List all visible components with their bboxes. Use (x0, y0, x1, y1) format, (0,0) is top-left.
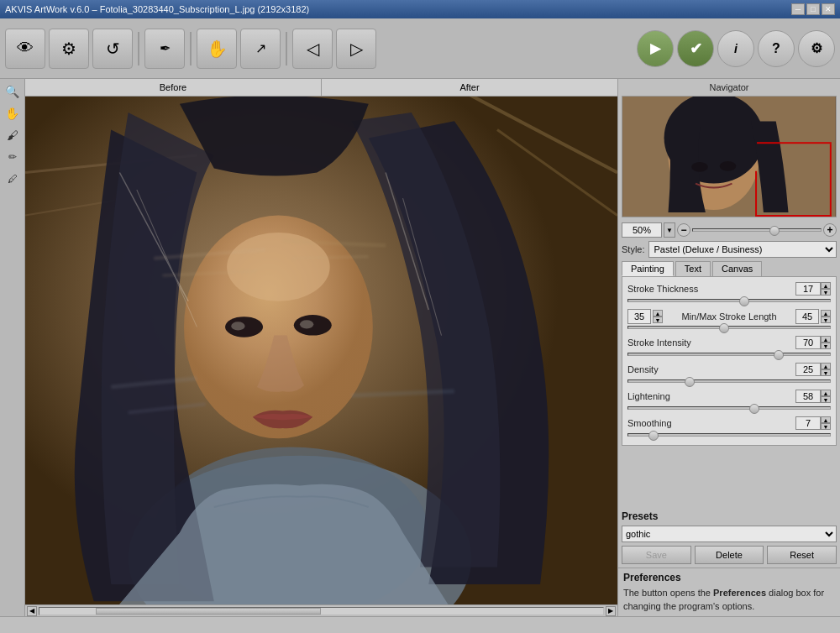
canvas-area: Before After (25, 79, 617, 616)
style-select[interactable]: Pastel (Deluxe / Business) (648, 241, 837, 258)
density-thumb[interactable] (685, 377, 695, 387)
max-stroke-spins: ▲ ▼ (821, 310, 831, 323)
close-btn[interactable]: ✕ (822, 3, 835, 15)
move-tool-btn[interactable]: ✋ (3, 104, 22, 123)
lightening-up[interactable]: ▲ (821, 390, 831, 396)
stroke-thickness-thumb[interactable] (739, 296, 749, 306)
canvas-container[interactable] (25, 97, 617, 604)
scroll-thumb-h[interactable] (96, 608, 321, 615)
horizontal-scrollbar[interactable]: ◀ ▶ (25, 604, 617, 616)
density-up[interactable]: ▲ (821, 363, 831, 369)
min-stroke-up[interactable]: ▲ (653, 310, 663, 316)
stroke-intensity-value[interactable] (795, 336, 821, 349)
smoothing-track[interactable] (627, 433, 831, 437)
canvas-tabs: Before After (25, 79, 617, 97)
zoom-dropdown-btn[interactable]: ▼ (664, 222, 675, 238)
reset-preset-btn[interactable]: Reset (767, 546, 837, 564)
window-controls[interactable]: ─ □ ✕ (791, 3, 835, 15)
paint-tool-btn[interactable]: 🖌 (3, 126, 22, 144)
tab-canvas[interactable]: Canvas (712, 261, 762, 276)
undo-btn[interactable]: ◁ (292, 29, 333, 69)
dropper-tool-btn[interactable]: 🖊 (3, 170, 22, 188)
lightening-track[interactable] (627, 406, 831, 410)
stroke-length-thumb[interactable] (719, 323, 729, 333)
minimize-btn[interactable]: ─ (791, 3, 805, 15)
zoom-tool-btn[interactable]: 🔍 (3, 82, 22, 101)
min-stroke-down[interactable]: ▼ (653, 316, 663, 323)
zoom-plus-btn[interactable]: + (823, 223, 837, 237)
svg-line-16 (291, 257, 369, 259)
panel-content: Stroke Thickness ▲ ▼ ▲ ▼ Min/Max Stroke … (622, 276, 837, 446)
smoothing-up[interactable]: ▲ (821, 416, 831, 423)
navigator-preview[interactable] (622, 96, 837, 217)
stroke-intensity-up[interactable]: ▲ (821, 336, 831, 343)
zoom-minus-btn[interactable]: − (677, 223, 690, 237)
settings-tool-btn[interactable]: ⚙ (49, 29, 89, 69)
svg-point-11 (231, 322, 244, 330)
after-tab[interactable]: After (322, 79, 617, 96)
zoom-controls: ▼ − + (618, 221, 840, 239)
apply-btn[interactable]: ✔ (677, 30, 714, 67)
tab-text[interactable]: Text (675, 261, 711, 276)
stroke-thickness-value[interactable] (795, 282, 821, 296)
density-track[interactable] (627, 379, 831, 383)
navigator-title: Navigator (622, 82, 837, 92)
lightening-value[interactable] (795, 390, 821, 403)
pref-text-bold: Preferences (713, 588, 766, 598)
max-stroke-input[interactable] (795, 309, 819, 324)
redo-btn[interactable]: ▷ (336, 29, 376, 69)
erase-tool-btn[interactable]: ✏ (3, 148, 22, 166)
density-value[interactable] (795, 363, 821, 376)
pref-text-1: The button opens the (623, 588, 713, 598)
save-preset-btn[interactable]: Save (622, 546, 691, 564)
minmax-label: Min/Max Stroke Length (664, 311, 794, 322)
scroll-track-h[interactable] (39, 607, 604, 615)
zoom-slider-thumb[interactable] (769, 226, 780, 236)
max-stroke-up[interactable]: ▲ (821, 310, 831, 316)
min-stroke-input[interactable] (627, 309, 651, 324)
tab-painting[interactable]: Painting (622, 261, 674, 276)
prefs-btn[interactable]: ⚙ (798, 30, 835, 67)
navigator-image (622, 97, 836, 217)
smoothing-value[interactable] (795, 416, 821, 430)
maximize-btn[interactable]: □ (806, 3, 820, 15)
arrow-out-btn[interactable]: ↗ (240, 29, 281, 69)
preferences-section: Preferences The button opens the Prefere… (618, 568, 840, 616)
smoothing-label: Smoothing (627, 418, 795, 428)
stroke-thickness-up[interactable]: ▲ (821, 282, 831, 289)
titlebar: AKVIS ArtWork v.6.0 – Fotolia_30283440_S… (0, 0, 840, 18)
brush-tool-btn[interactable]: ✒ (144, 29, 185, 69)
stroke-thickness-track[interactable] (627, 299, 831, 302)
stroke-intensity-track[interactable] (627, 353, 831, 356)
svg-rect-29 (755, 171, 757, 217)
eye-tool-btn[interactable]: 👁 (5, 29, 45, 69)
presets-buttons: Save Delete Reset (622, 546, 837, 564)
left-toolbar: 🔍 ✋ 🖌 ✏ 🖊 (0, 79, 25, 616)
hand-tool-btn[interactable]: ✋ (197, 29, 237, 69)
stroke-intensity-thumb[interactable] (774, 350, 784, 360)
info-btn[interactable]: i (717, 30, 754, 67)
smoothing-thumb[interactable] (648, 431, 659, 441)
scroll-left-btn[interactable]: ◀ (27, 606, 37, 616)
lightening-thumb[interactable] (749, 404, 759, 414)
toolbar-separator-3 (286, 32, 287, 65)
delete-preset-btn[interactable]: Delete (695, 546, 764, 564)
minmax-row: ▲ ▼ Min/Max Stroke Length ▲ ▼ (627, 309, 831, 324)
reset-tool-btn[interactable]: ↺ (92, 29, 133, 69)
stroke-thickness-down[interactable]: ▼ (821, 289, 831, 296)
scroll-right-btn[interactable]: ▶ (606, 606, 616, 616)
lightening-down[interactable]: ▼ (821, 396, 831, 403)
zoom-slider[interactable] (692, 228, 822, 232)
help-btn[interactable]: ? (758, 30, 795, 67)
stroke-length-track[interactable] (627, 326, 831, 329)
before-tab[interactable]: Before (25, 79, 322, 96)
smoothing-down[interactable]: ▼ (821, 423, 831, 430)
max-stroke-down[interactable]: ▼ (821, 316, 831, 323)
svg-point-12 (300, 320, 313, 328)
zoom-input[interactable] (622, 222, 662, 238)
run-btn[interactable]: ▶ (637, 30, 674, 67)
presets-select[interactable]: gothic (622, 526, 837, 542)
window-title: AKVIS ArtWork v.6.0 – Fotolia_30283440_S… (5, 4, 791, 14)
stroke-intensity-down[interactable]: ▼ (821, 343, 831, 349)
density-down[interactable]: ▼ (821, 369, 831, 376)
